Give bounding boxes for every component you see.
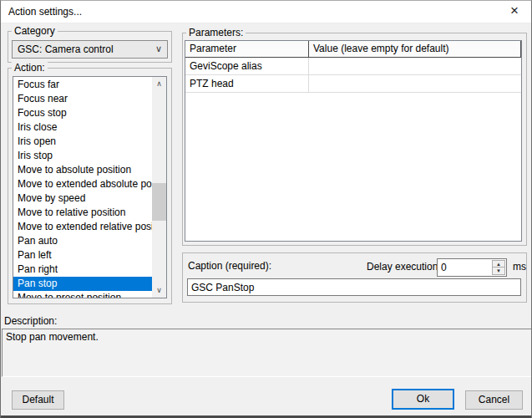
list-item[interactable]: Move to absolute position (13, 163, 152, 177)
list-item[interactable]: Move to relative position (13, 206, 152, 220)
category-dropdown[interactable]: GSC: Camera control ∨ (12, 40, 168, 59)
parameter-name-cell: GeviScope alias (185, 58, 309, 74)
caption-label: Caption (required): (188, 260, 271, 272)
scrollbar-thumb[interactable] (152, 183, 166, 221)
parameter-name-cell: PTZ head (185, 75, 309, 92)
spin-down-icon[interactable]: ▼ (493, 268, 504, 274)
action-list-items: Focus far Focus near Focus stop Iris clo… (13, 78, 152, 298)
delay-spinbox: ▲ ▼ (437, 258, 507, 277)
parameters-table-header: Parameter Value (leave empty for default… (185, 41, 521, 58)
list-item[interactable]: Move to extended relative position (13, 220, 152, 234)
list-item[interactable]: Iris close (13, 120, 152, 135)
description-text: Stop pan movement. (6, 331, 99, 343)
title-bar: Action settings... × (1, 1, 531, 23)
action-list-scrollbar[interactable]: ∧ ∨ (152, 77, 166, 298)
parameters-table: Parameter Value (leave empty for default… (185, 40, 522, 242)
list-item[interactable]: Pan right (13, 263, 152, 277)
parameters-label: Parameters: (186, 27, 246, 38)
table-row: GeviScope alias (185, 58, 521, 75)
list-item[interactable]: Pan auto (13, 234, 152, 248)
scroll-down-icon[interactable]: ∨ (152, 283, 166, 298)
delay-spinner: ▲ ▼ (492, 260, 505, 275)
parameter-value-cell[interactable] (309, 58, 521, 74)
scroll-up-icon[interactable]: ∧ (152, 77, 166, 91)
delay-unit-label: ms (513, 261, 526, 273)
chevron-down-icon: ∨ (155, 41, 162, 57)
ok-button[interactable]: Ok (392, 389, 454, 410)
action-list: Focus far Focus near Focus stop Iris clo… (13, 76, 167, 298)
action-label: Action: (12, 62, 48, 74)
column-header-parameter[interactable]: Parameter (185, 41, 309, 57)
column-header-value[interactable]: Value (leave empty for default) (309, 41, 521, 57)
category-label: Category (12, 25, 58, 37)
window-title: Action settings... (8, 1, 82, 23)
default-button[interactable]: Default (12, 390, 64, 410)
delay-input[interactable] (438, 259, 491, 276)
list-item[interactable]: Iris open (13, 135, 152, 149)
parameter-value-cell[interactable] (309, 75, 521, 92)
list-item[interactable]: Focus stop (13, 106, 152, 120)
table-row: PTZ head (185, 75, 521, 93)
action-settings-dialog: Action settings... × Category GSC: Camer… (0, 0, 532, 418)
list-item[interactable]: Move to extended absolute posi... (13, 177, 152, 191)
list-item[interactable]: Move by speed (13, 191, 152, 206)
delay-execution-label: Delay execution: (367, 261, 441, 273)
description-text-box: Stop pan movement. (2, 329, 532, 377)
category-selected-value: GSC: Camera control (18, 41, 114, 58)
list-item[interactable]: Pan left (13, 248, 152, 263)
list-item[interactable]: Iris stop (13, 149, 152, 163)
description-label: Description: (4, 315, 57, 327)
list-item-selected[interactable]: Pan stop (13, 277, 152, 291)
caption-input[interactable] (187, 278, 521, 296)
list-item[interactable]: Move to preset position (13, 291, 152, 298)
cancel-button[interactable]: Cancel (465, 390, 523, 410)
spin-up-icon[interactable]: ▲ (493, 261, 504, 268)
list-item[interactable]: Focus far (13, 78, 152, 92)
list-item[interactable]: Focus near (13, 92, 152, 106)
close-icon[interactable]: × (501, 1, 528, 23)
